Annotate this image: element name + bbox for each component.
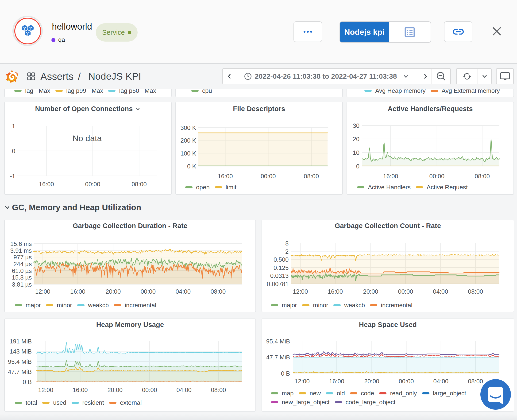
svg-text:244 µs: 244 µs	[14, 261, 32, 267]
svg-text:977 µs: 977 µs	[14, 254, 32, 261]
svg-text:0.00781: 0.00781	[267, 281, 288, 287]
svg-text:95.4 MiB: 95.4 MiB	[266, 338, 290, 345]
svg-text:08:00: 08:00	[211, 387, 226, 393]
svg-text:16:00: 16:00	[70, 288, 85, 295]
svg-text:12:00: 12:00	[38, 387, 53, 393]
svg-text:15.6 ms: 15.6 ms	[10, 240, 32, 247]
svg-text:16:00: 16:00	[328, 288, 343, 295]
svg-text:0.125: 0.125	[273, 264, 288, 271]
svg-text:3.91 ms: 3.91 ms	[10, 247, 32, 254]
svg-text:15.3 µs: 15.3 µs	[12, 274, 32, 281]
svg-text:143 MiB: 143 MiB	[10, 348, 32, 355]
svg-text:0: 0	[356, 163, 360, 170]
svg-text:No data: No data	[73, 134, 102, 143]
svg-text:300 K: 300 K	[181, 125, 196, 131]
svg-text:20:00: 20:00	[108, 387, 123, 393]
svg-text:0 B: 0 B	[281, 370, 290, 377]
svg-text:08:00: 08:00	[211, 288, 226, 295]
svg-text:08:00: 08:00	[132, 181, 147, 188]
svg-text:00:00: 00:00	[399, 378, 414, 384]
svg-text:95.4 MiB: 95.4 MiB	[8, 359, 32, 365]
svg-text:30: 30	[353, 122, 360, 129]
svg-text:3.81 µs: 3.81 µs	[12, 281, 32, 288]
svg-text:04:00: 04:00	[433, 378, 448, 384]
svg-text:04:00: 04:00	[433, 288, 448, 295]
svg-text:04:00: 04:00	[176, 288, 191, 295]
svg-text:100 K: 100 K	[181, 150, 196, 157]
svg-text:20:00: 20:00	[364, 378, 379, 384]
svg-text:00:00: 00:00	[398, 288, 413, 295]
svg-text:16:00: 16:00	[73, 387, 88, 393]
svg-text:08:00: 08:00	[475, 173, 490, 180]
svg-text:200 K: 200 K	[181, 137, 196, 144]
svg-text:08:00: 08:00	[304, 173, 319, 180]
svg-text:00:00: 00:00	[141, 288, 156, 295]
svg-text:2: 2	[285, 248, 288, 255]
svg-text:8: 8	[285, 240, 288, 247]
svg-text:0.500: 0.500	[273, 256, 288, 263]
svg-text:0 B: 0 B	[23, 379, 32, 385]
svg-text:1: 1	[12, 123, 15, 129]
svg-text:61.0 µs: 61.0 µs	[12, 268, 32, 274]
svg-text:04:00: 04:00	[176, 387, 191, 393]
svg-text:12:00: 12:00	[35, 288, 50, 295]
svg-text:12:00: 12:00	[295, 378, 310, 384]
svg-text:10: 10	[353, 150, 360, 156]
svg-text:16:00: 16:00	[218, 173, 233, 180]
svg-text:20: 20	[353, 136, 360, 142]
svg-text:0.0313: 0.0313	[270, 272, 289, 279]
svg-text:08:00: 08:00	[468, 288, 483, 295]
svg-text:0 K: 0 K	[187, 163, 196, 170]
svg-text:00:00: 00:00	[142, 387, 157, 393]
svg-text:16:00: 16:00	[329, 378, 344, 384]
svg-text:00:00: 00:00	[261, 173, 276, 180]
svg-text:12:00: 12:00	[293, 288, 308, 295]
svg-text:47.7 MiB: 47.7 MiB	[8, 368, 32, 375]
svg-text:00:00: 00:00	[429, 173, 444, 180]
svg-text:191 MiB: 191 MiB	[10, 338, 32, 345]
svg-text:47.7 MiB: 47.7 MiB	[266, 354, 290, 360]
svg-text:00:00: 00:00	[85, 181, 100, 188]
svg-text:0: 0	[12, 148, 15, 154]
svg-text:20:00: 20:00	[106, 288, 121, 295]
svg-text:16:00: 16:00	[383, 173, 398, 180]
svg-text:16:00: 16:00	[39, 181, 54, 188]
svg-text:20:00: 20:00	[363, 288, 378, 295]
svg-text:-1: -1	[10, 173, 15, 180]
